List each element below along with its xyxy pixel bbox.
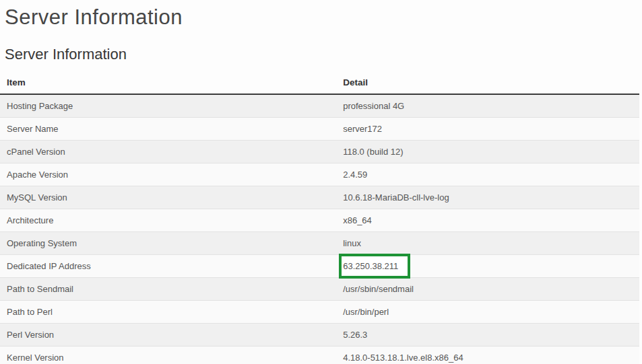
detail-cell: professional 4G: [336, 94, 639, 118]
item-cell: Path to Sendmail: [0, 278, 336, 301]
item-cell: Path to Perl: [0, 301, 336, 324]
server-information-page: Server Information Server Information It…: [0, 0, 642, 364]
detail-cell: 4.18.0-513.18.1.lve.el8.x86_64: [336, 347, 639, 364]
detail-cell: 63.250.38.211: [336, 255, 639, 278]
table-row: Server Name server172: [0, 118, 639, 141]
column-header-detail: Detail: [336, 72, 639, 94]
item-cell: Server Name: [0, 118, 336, 141]
item-cell: Perl Version: [0, 324, 336, 347]
ip-highlight-annotation: 63.250.38.211: [339, 254, 410, 279]
item-cell: Operating System: [0, 232, 336, 255]
item-cell: MySQL Version: [0, 186, 336, 209]
detail-cell: 118.0 (build 12): [336, 141, 639, 163]
item-cell: cPanel Version: [0, 141, 336, 163]
item-cell: Kernel Version: [0, 347, 336, 364]
item-cell: Hosting Package: [0, 94, 336, 118]
detail-cell: /usr/sbin/sendmail: [336, 278, 639, 301]
table-row: Path to Sendmail /usr/sbin/sendmail: [0, 278, 639, 301]
table-row: Kernel Version 4.18.0-513.18.1.lve.el8.x…: [0, 347, 639, 364]
table-row: Dedicated IP Address 63.250.38.211: [0, 255, 639, 278]
item-cell: Dedicated IP Address: [0, 255, 336, 278]
item-cell: Architecture: [0, 209, 336, 232]
detail-cell: x86_64: [336, 209, 639, 232]
table-row: Architecture x86_64: [0, 209, 639, 232]
table-header-row: Item Detail: [0, 72, 639, 94]
table-body: Hosting Package professional 4G Server N…: [0, 94, 639, 364]
detail-cell: 2.4.59: [336, 163, 639, 186]
section-heading: Server Information: [5, 46, 642, 63]
detail-cell: /usr/bin/perl: [336, 301, 639, 324]
detail-cell: server172: [336, 118, 639, 141]
table-row: MySQL Version 10.6.18-MariaDB-cll-lve-lo…: [0, 186, 639, 209]
table-row: Apache Version 2.4.59: [0, 163, 639, 186]
table-row: Path to Perl /usr/bin/perl: [0, 301, 639, 324]
item-cell: Apache Version: [0, 163, 336, 186]
column-header-item: Item: [0, 72, 336, 94]
detail-cell: 10.6.18-MariaDB-cll-lve-log: [336, 186, 639, 209]
table-row: Perl Version 5.26.3: [0, 324, 639, 347]
table-row: Operating System linux: [0, 232, 639, 255]
server-info-table: Item Detail Hosting Package professional…: [0, 72, 639, 364]
table-row: cPanel Version 118.0 (build 12): [0, 141, 639, 163]
detail-cell: linux: [336, 232, 639, 255]
table-row: Hosting Package professional 4G: [0, 94, 639, 118]
detail-cell: 5.26.3: [336, 324, 639, 347]
page-title: Server Information: [5, 5, 642, 31]
